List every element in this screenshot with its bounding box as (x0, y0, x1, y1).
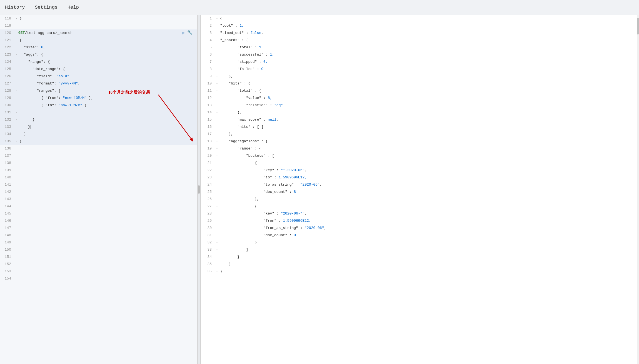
right-fold-26[interactable]: - (215, 196, 219, 203)
divider-handle (198, 185, 200, 194)
left-line-128: 128- "ranges": [ (0, 87, 197, 94)
left-line-126: 126 "field": "sold", (0, 73, 197, 80)
line-content-118: } (18, 15, 197, 22)
right-fold-19[interactable]: - (215, 145, 219, 152)
left-line-129: 129 { "from": "now-10M/M" }, (0, 94, 197, 102)
line-content-135: } (18, 138, 197, 145)
right-scrollbar-thumb[interactable] (637, 18, 639, 34)
right-line-content-8: "failed" : 0 (219, 66, 639, 73)
run-icon[interactable]: ▷ (182, 29, 185, 37)
right-line-number-26: 26 (201, 196, 215, 203)
fold-indicator-123[interactable]: - (14, 51, 18, 58)
right-line-number-7: 7 (201, 58, 215, 66)
left-line-143: 143 (0, 196, 197, 203)
fold-indicator-121[interactable]: - (14, 37, 18, 44)
right-line-number-5: 5 (201, 44, 215, 51)
right-line-8: 8 "failed" : 0 (201, 66, 639, 73)
right-line-number-19: 19 (201, 145, 215, 152)
right-line-number-28: 28 (201, 210, 215, 217)
menu-help[interactable]: Help (65, 4, 81, 11)
fold-indicator-125[interactable]: - (14, 66, 18, 73)
right-line-36: 36-} (201, 268, 639, 275)
left-line-135: 135-} (0, 138, 197, 145)
right-fold-36[interactable]: - (215, 268, 219, 275)
right-fold-17[interactable]: - (215, 131, 219, 138)
line-number-137: 137 (0, 152, 14, 159)
right-line-30: 30 "from_as_string" : "2020-06", (201, 225, 639, 232)
right-fold-4[interactable]: - (215, 37, 219, 44)
right-fold-1[interactable]: - (215, 15, 219, 22)
right-line-number-32: 32 (201, 239, 215, 246)
right-line-number-2: 2 (201, 22, 215, 29)
line-number-126: 126 (0, 73, 14, 80)
left-line-127: 127 "format": "yyyy-MM", (0, 80, 197, 87)
fold-indicator-134[interactable]: - (14, 131, 18, 138)
left-line-154: 154 (0, 275, 197, 282)
right-line-number-9: 9 (201, 73, 215, 80)
right-line-3: 3"timed_out" : false, (201, 29, 639, 37)
line-number-140: 140 (0, 174, 14, 181)
line-content-125: "date_range": { (18, 66, 197, 73)
fold-indicator-132[interactable]: - (14, 116, 18, 123)
wrench-icon[interactable]: 🔧 (187, 29, 193, 37)
right-line-content-23: "to" : 1.5909696E12, (219, 174, 639, 181)
right-line-content-36: } (219, 268, 639, 275)
right-line-6: 6 "successful" : 1, (201, 51, 639, 58)
right-line-content-10: "hits" : { (219, 80, 639, 87)
line-content-130: { "to": "now-10M/M" } (18, 102, 197, 109)
left-line-139: 139 (0, 167, 197, 174)
right-code-lines: 1-{2"took" : 1,3"timed_out" : false,4-"_… (201, 15, 639, 364)
right-line-11: 11- "total" : { (201, 87, 639, 94)
right-fold-32[interactable]: - (215, 239, 219, 246)
right-line-content-35: } (219, 261, 639, 268)
right-line-13: 13 "relation" : "eq" (201, 102, 639, 109)
right-fold-10[interactable]: - (215, 80, 219, 87)
right-fold-11[interactable]: - (215, 87, 219, 94)
right-line-content-20: "buckets" : [ (219, 152, 639, 159)
right-line-20: 20- "buckets" : [ (201, 152, 639, 159)
line-number-133: 133 (0, 123, 14, 131)
line-content-132: } (18, 116, 197, 123)
line-number-123: 123 (0, 51, 14, 58)
right-line-23: 23 "to" : 1.5909696E12, (201, 174, 639, 181)
left-code-area: 118-}119120GET /test-agg-cars/_search▷🔧1… (0, 15, 197, 364)
right-line-number-13: 13 (201, 102, 215, 109)
right-fold-9[interactable]: - (215, 73, 219, 80)
line-number-153: 153 (0, 268, 14, 275)
right-line-content-30: "from_as_string" : "2020-06", (219, 225, 639, 232)
line-number-121: 121 (0, 37, 14, 44)
menu-history[interactable]: History (3, 4, 27, 11)
right-scrollbar[interactable] (637, 15, 639, 364)
line-number-128: 128 (0, 87, 14, 94)
right-fold-21[interactable]: - (215, 159, 219, 167)
right-line-33: 33- ] (201, 246, 639, 253)
fold-indicator-133[interactable]: - (14, 123, 18, 131)
left-line-124: 124- "range": { (0, 58, 197, 66)
line-number-139: 139 (0, 167, 14, 174)
right-line-content-3: "timed_out" : false, (219, 29, 639, 37)
fold-indicator-128[interactable]: - (14, 87, 18, 94)
fold-indicator-118[interactable]: - (14, 15, 18, 22)
line-number-143: 143 (0, 196, 14, 203)
right-fold-34[interactable]: - (215, 253, 219, 261)
divider-dot-3 (199, 191, 199, 191)
right-fold-35[interactable]: - (215, 261, 219, 268)
right-fold-18[interactable]: - (215, 138, 219, 145)
right-fold-14[interactable]: - (215, 109, 219, 116)
right-line-35: 35- } (201, 261, 639, 268)
right-fold-20[interactable]: - (215, 152, 219, 159)
right-line-18: 18- "aggregations" : { (201, 138, 639, 145)
left-line-147: 147 (0, 225, 197, 232)
right-line-content-18: "aggregations" : { (219, 138, 639, 145)
line-number-135: 135 (0, 138, 14, 145)
left-line-145: 145 (0, 210, 197, 217)
fold-indicator-124[interactable]: - (14, 58, 18, 66)
fold-indicator-135[interactable]: - (14, 138, 18, 145)
right-line-29: 29 "from" : 1.5909696E12, (201, 217, 639, 225)
left-line-120: 120GET /test-agg-cars/_search▷🔧 (0, 29, 197, 37)
right-fold-27[interactable]: - (215, 203, 219, 210)
right-fold-33[interactable]: - (215, 246, 219, 253)
panel-divider[interactable] (197, 15, 201, 364)
menu-settings[interactable]: Settings (33, 4, 60, 11)
fold-indicator-131[interactable]: - (14, 109, 18, 116)
